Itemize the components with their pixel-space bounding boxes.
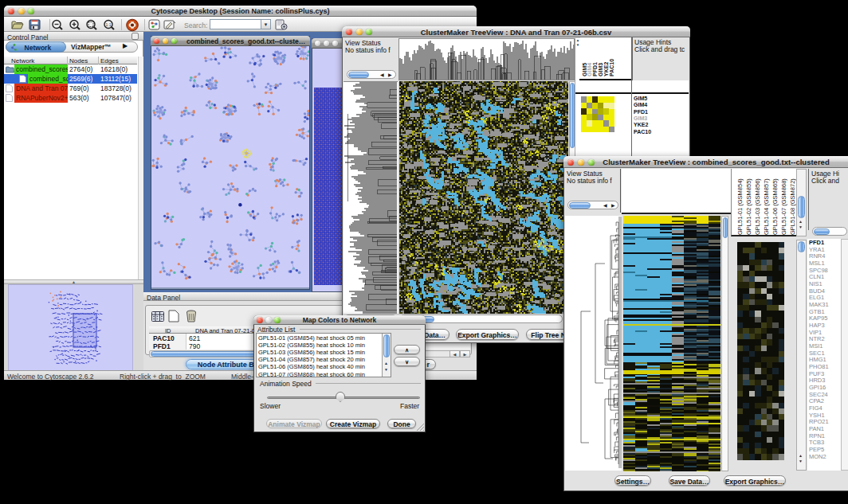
svg-text:1:1: 1:1 [106, 22, 112, 27]
